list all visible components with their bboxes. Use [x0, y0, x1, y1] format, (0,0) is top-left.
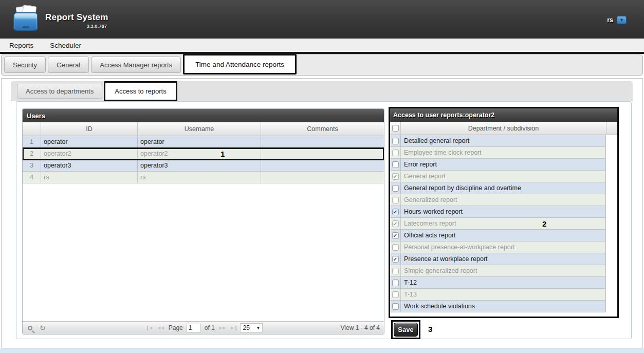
cell-id: operator3 [41, 160, 137, 171]
report-access-row[interactable]: Simple generalized report [390, 265, 606, 277]
menu-item-scheduler[interactable]: Scheduler [50, 42, 81, 49]
page-size-select[interactable]: 25 ▼ [240, 323, 263, 332]
app-title: Report System [45, 12, 107, 23]
report-access-row[interactable]: Official acts report [390, 230, 606, 241]
report-checkbox[interactable] [392, 161, 399, 168]
report-access-row[interactable]: T-12 [390, 277, 606, 289]
pager-bar: ↻ ◄ ◄◄ Page of 1 ►► ► 25 ▼ View 1 - 4 of… [23, 321, 384, 334]
user-menu-button[interactable]: ▼ [617, 16, 627, 24]
next-page-icon[interactable]: ►► [218, 326, 227, 330]
report-checkbox[interactable] [392, 150, 399, 156]
last-page-icon[interactable]: ► [230, 326, 236, 330]
menu-item-reports[interactable]: Reports [9, 42, 33, 49]
report-name: Work schedule violations [400, 301, 606, 312]
subtab-access-to-reports[interactable]: Access to reports [104, 81, 177, 101]
logo-box-lid [14, 13, 37, 18]
title-block: Report System 3.3.0.787 [45, 12, 107, 29]
tab-general[interactable]: General [48, 57, 89, 73]
report-name: Personal presence-at-workplace report [400, 241, 606, 253]
report-access-row[interactable]: Personal presence-at-workplace report [390, 241, 606, 253]
logo-box-handle [22, 26, 30, 28]
table-row[interactable]: 4 rs rs [23, 172, 384, 183]
prev-page-icon[interactable]: ◄◄ [157, 326, 165, 330]
page-number-input[interactable] [187, 324, 201, 332]
column-comments[interactable]: Comments [261, 122, 384, 136]
annotation-number-3: 3 [428, 325, 432, 333]
annotation-number-1: 1 [220, 150, 225, 158]
report-access-row[interactable]: Generalized report [390, 194, 606, 206]
search-icon[interactable] [28, 326, 32, 330]
report-access-row[interactable]: Hours-worked report [390, 206, 606, 218]
report-checkbox[interactable] [392, 209, 399, 215]
report-checkbox[interactable] [392, 185, 399, 192]
app-version: 3.3.0.787 [45, 23, 107, 29]
chevron-down-icon: ▼ [619, 17, 624, 23]
report-name: Error report [400, 159, 606, 170]
report-checkbox[interactable] [392, 138, 399, 144]
report-checkbox[interactable] [392, 280, 399, 286]
pager-left-tools: ↻ [23, 324, 69, 331]
tab-time-and-attendance-reports[interactable]: Time and Attendance reports [183, 54, 297, 75]
subtab-access-to-departments[interactable]: Access to departments [17, 84, 102, 99]
main-tabbar: Security General Access Manager reports … [1, 54, 643, 76]
report-name: Hours-worked report [400, 206, 606, 217]
cell-username: operator [137, 136, 261, 147]
report-access-row[interactable]: Detailed general report [390, 135, 606, 147]
report-checkbox[interactable] [392, 256, 399, 263]
column-id[interactable]: ID [41, 122, 137, 136]
tab-security[interactable]: Security [4, 57, 46, 73]
report-access-row[interactable]: Error report [390, 159, 606, 171]
username-label: rs [607, 16, 613, 24]
report-checkbox[interactable] [392, 291, 399, 298]
first-page-icon[interactable]: ◄ [147, 326, 153, 330]
report-checkbox[interactable] [392, 197, 399, 203]
report-access-row[interactable]: Presence at workplace report [390, 253, 606, 265]
access-panel-title: Access to user reports:operator2 [390, 108, 617, 122]
pager-view-info: View 1 - 4 of 4 [341, 324, 384, 331]
report-name: General report by discipline and overtim… [400, 182, 606, 194]
cell-comments [261, 136, 384, 147]
report-checkbox[interactable] [392, 303, 399, 310]
report-checkbox[interactable] [392, 268, 399, 274]
report-name: Employee time clock report [400, 147, 606, 158]
cell-id: rs [41, 172, 137, 183]
report-access-row[interactable]: General report by discipline and overtim… [390, 182, 606, 194]
report-access-row[interactable]: Employee time clock report [390, 147, 606, 159]
table-row[interactable]: 1 operator operator [23, 136, 384, 148]
report-name: T-12 [400, 277, 606, 288]
app-header: Report System 3.3.0.787 rs ▼ [0, 0, 644, 39]
report-access-row[interactable]: General report [390, 171, 606, 182]
report-checkbox[interactable] [392, 244, 399, 251]
page-background-strip [0, 348, 644, 353]
report-checkbox[interactable] [392, 173, 399, 180]
column-username[interactable]: Username [137, 122, 261, 136]
pager-controls: ◄ ◄◄ Page of 1 ►► ► 25 ▼ [69, 323, 341, 332]
table-row[interactable]: 3 operator3 operator3 [23, 160, 384, 172]
report-access-row[interactable]: Work schedule violations [390, 301, 606, 312]
save-button[interactable]: Save [394, 323, 418, 337]
table-row-selected[interactable]: 2 operator2 operator2 1 [23, 148, 384, 160]
report-name: Generalized report [400, 194, 606, 206]
access-panel-annotation-box: Access to user reports:operator2 Departm… [389, 107, 619, 318]
save-annotation-box: Save [391, 320, 420, 339]
report-name: Detailed general report [400, 135, 606, 146]
users-grid: Users ID Username Comments 1 operator op… [22, 108, 384, 335]
grid-empty-area [23, 183, 384, 321]
select-all-checkbox[interactable] [392, 125, 399, 132]
row-number: 3 [23, 160, 41, 171]
access-rows: Detailed general report Employee time cl… [390, 135, 617, 312]
report-access-row[interactable]: T-13 [390, 289, 606, 301]
report-name: T-13 [400, 289, 606, 300]
cell-comments [261, 172, 384, 183]
cell-comments [261, 148, 384, 159]
tab-access-manager-reports[interactable]: Access Manager reports [91, 57, 181, 73]
refresh-icon[interactable]: ↻ [40, 324, 46, 331]
chevron-down-icon: ▼ [256, 326, 261, 330]
header-gutter [606, 122, 617, 135]
content-container: Access to departments Access to reports … [1, 78, 643, 348]
cell-username: rs [137, 172, 261, 183]
report-checkbox[interactable] [392, 232, 399, 239]
column-department-subdivision[interactable]: Department / subdivision [400, 122, 606, 135]
report-checkbox[interactable] [392, 220, 399, 227]
report-access-row[interactable]: Latecomers report 2 [390, 218, 606, 230]
